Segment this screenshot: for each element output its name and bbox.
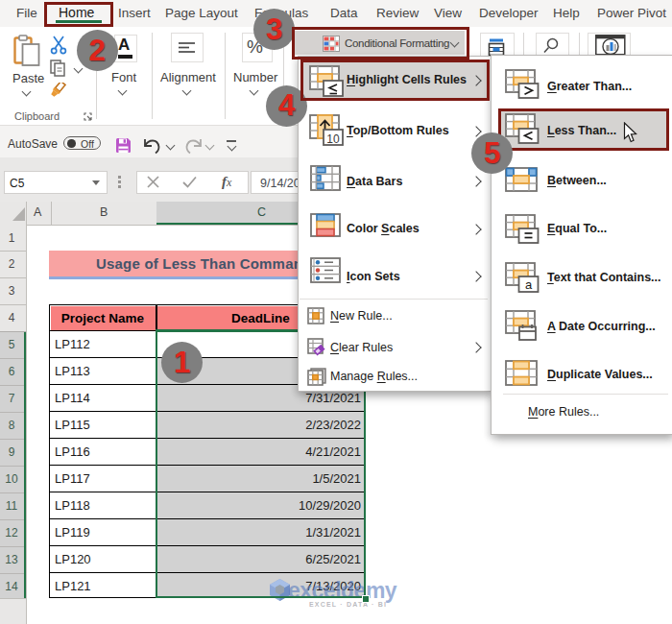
svg-text:a: a: [525, 277, 533, 292]
svg-text:10: 10: [326, 132, 340, 146]
